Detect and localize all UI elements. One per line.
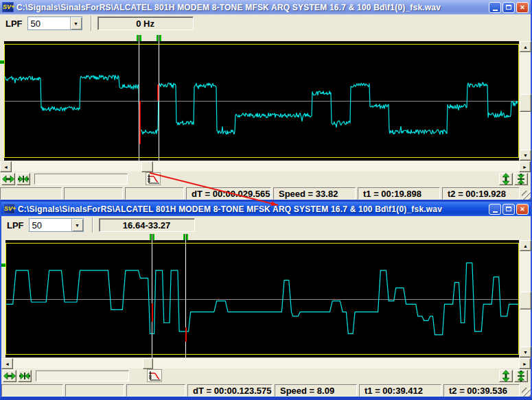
maximize-button[interactable] — [502, 2, 515, 13]
desktop: SV+ C:\Signals\SinalsForRS\ALCATEL 801H … — [0, 0, 532, 400]
status-panel-empty — [65, 384, 124, 397]
status-bar: dT = 00:00.123.575 Speed = 8.09 t1 = 00:… — [1, 383, 531, 397]
expand-vertical-button[interactable] — [499, 173, 513, 185]
chevron-down-icon[interactable]: ▼ — [70, 17, 82, 30]
window-controls: ✕ — [489, 2, 529, 13]
scroll-right-icon[interactable]: ► — [519, 161, 531, 172]
collapse-vertical-icon — [517, 370, 525, 382]
close-button[interactable]: ✕ — [516, 204, 529, 215]
vertical-scroll-thumb[interactable] — [520, 292, 531, 309]
status-bar: dT = 00:00.029.565 Speed = 33.82 t1 = 00… — [0, 186, 531, 200]
minimize-icon — [493, 211, 498, 213]
status-panel-empty — [125, 187, 184, 200]
time-marker-line[interactable] — [152, 240, 152, 357]
collapse-vertical-button[interactable] — [514, 173, 528, 185]
horizontal-scrollbar[interactable]: ◄ ► — [0, 161, 531, 172]
plot-row: ▲ ▼ — [1, 240, 531, 357]
frequency-display: 0 Hz — [97, 16, 194, 30]
window-controls: ✕ — [489, 204, 529, 215]
status-speed: Speed = 8.09 — [275, 384, 357, 397]
marker-tick-icon — [150, 234, 154, 240]
status-panel-empty — [126, 384, 185, 397]
time-marker-line[interactable] — [159, 41, 159, 161]
selection-red-segment — [157, 84, 159, 101]
collapse-horizontal-button[interactable] — [18, 370, 32, 382]
status-t2: t2 = 00:19.928 — [442, 187, 520, 200]
toolbar-separator — [91, 16, 92, 31]
zoom-button-row — [0, 172, 531, 186]
scroll-right-icon[interactable]: ► — [519, 358, 531, 369]
minimize-button[interactable] — [489, 2, 501, 13]
collapse-vertical-button[interactable] — [514, 370, 528, 382]
position-gauge — [34, 174, 128, 185]
scroll-left-icon[interactable]: ◄ — [1, 358, 13, 369]
status-dt: dT = 00:00.123.575 — [187, 384, 273, 397]
status-t2: t2 = 00:39.536 — [443, 384, 520, 397]
waveform-plot[interactable] — [5, 240, 519, 357]
expand-vertical-icon — [502, 173, 510, 185]
vertical-scroll-thumb[interactable] — [520, 94, 531, 112]
plot-row: ▲ ▼ — [0, 41, 531, 161]
titlebar[interactable]: SV+ C:\Signals\SinalsForRS\ALCATEL 801H … — [0, 0, 531, 14]
position-gauge — [36, 370, 129, 381]
status-t1: t1 = 00:39.412 — [359, 384, 441, 397]
scroll-down-icon[interactable]: ▼ — [520, 346, 531, 357]
maximize-button[interactable] — [502, 204, 515, 215]
status-dt: dT = 00:00.029.565 — [186, 187, 271, 200]
collapse-horizontal-icon — [19, 372, 31, 380]
zoom-button-row — [1, 368, 531, 383]
horizontal-scrollbar[interactable]: ◄ ► — [1, 357, 531, 368]
vertical-scrollbar[interactable]: ▲ ▼ — [519, 240, 531, 357]
resize-grip[interactable] — [522, 388, 531, 397]
status-panel-empty — [64, 187, 123, 200]
vertical-scrollbar[interactable]: ▲ ▼ — [519, 41, 531, 161]
minimize-button[interactable] — [489, 204, 501, 215]
resize-grip[interactable] — [522, 191, 531, 200]
toolbar-separator — [92, 217, 93, 233]
marker-tick-strip — [0, 32, 531, 41]
lpf-response-button[interactable] — [147, 369, 162, 382]
expand-vertical-button[interactable] — [499, 370, 513, 382]
horizontal-scroll-thumb[interactable] — [143, 358, 153, 369]
status-panel-empty — [1, 384, 63, 397]
selection-red-segment — [185, 327, 187, 342]
scroll-left-icon[interactable]: ◄ — [0, 161, 12, 172]
status-panel-empty — [0, 187, 62, 200]
scroll-up-icon[interactable]: ▲ — [520, 41, 531, 52]
toolbar: LPF 50 ▼ 0 Hz — [0, 14, 531, 32]
lpf-response-icon — [148, 370, 161, 381]
close-button[interactable]: ✕ — [516, 2, 529, 13]
lpf-value: 50 — [28, 17, 70, 30]
expand-horizontal-icon — [3, 372, 16, 380]
expand-vertical-icon — [502, 370, 510, 382]
scroll-down-icon[interactable]: ▼ — [520, 150, 531, 161]
window-title: C:\Signals\SinalsForRS\ALCATEL 801H MODE… — [18, 204, 486, 214]
lpf-combobox[interactable]: 50 ▼ — [27, 16, 82, 30]
waveform-trace — [5, 45, 518, 156]
lpf-response-icon — [146, 174, 160, 185]
frequency-display: 16.64-33.27 — [99, 218, 195, 232]
collapse-vertical-icon — [517, 173, 525, 185]
app-icon: SV+ — [3, 204, 15, 214]
horizontal-scroll-thumb[interactable] — [141, 161, 153, 172]
collapse-horizontal-button[interactable] — [16, 173, 30, 185]
marker-tick-icon — [137, 35, 141, 41]
lpf-response-button[interactable] — [146, 172, 161, 185]
lpf-label: LPF — [5, 19, 23, 29]
lpf-label: LPF — [7, 220, 24, 231]
scroll-up-icon[interactable]: ▲ — [520, 240, 531, 251]
lpf-combobox[interactable]: 50 ▼ — [29, 218, 84, 232]
titlebar[interactable]: SV+ C:\Signals\SinalsForRS\ALCATEL 801H … — [1, 202, 531, 216]
selection-red-segment — [139, 101, 141, 144]
waveform-plot[interactable] — [4, 41, 519, 161]
chevron-down-icon[interactable]: ▼ — [71, 219, 83, 231]
status-speed: Speed = 33.82 — [273, 187, 356, 200]
status-t1: t1 = 00:19.898 — [358, 187, 440, 200]
minimize-icon — [493, 10, 498, 11]
lpf-value: 50 — [30, 219, 71, 231]
marker-tick-icon — [157, 35, 161, 41]
signal-window-bottom: SV+ C:\Signals\SinalsForRS\ALCATEL 801H … — [0, 200, 532, 400]
signal-window-top: SV+ C:\Signals\SinalsForRS\ALCATEL 801H … — [0, 0, 532, 200]
expand-horizontal-button[interactable] — [3, 370, 16, 382]
expand-horizontal-button[interactable] — [1, 173, 15, 185]
